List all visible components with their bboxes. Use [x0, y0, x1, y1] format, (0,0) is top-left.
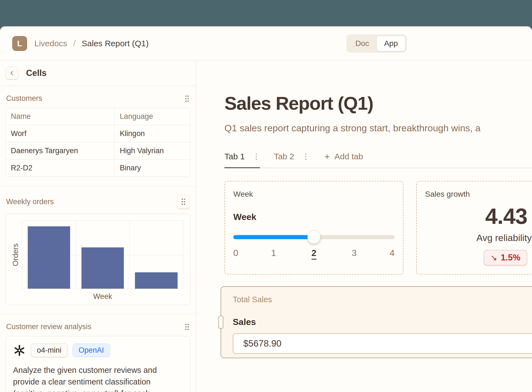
table-cell: Daenerys Targaryen	[6, 142, 114, 159]
table-cell: High Valyrian	[114, 142, 190, 159]
week-card-title: Week	[233, 190, 395, 199]
brand-logo[interactable]: L	[12, 36, 27, 51]
tab-label[interactable]: Tab 2	[274, 152, 294, 161]
page-subtitle: Q1 sales report capturing a strong start…	[224, 123, 532, 134]
kebab-menu-icon[interactable]: ⋮	[302, 153, 310, 160]
delta-badge: ↘ 1.5%	[484, 250, 527, 265]
chart-x-axis-label: Week	[9, 292, 183, 301]
cells-header: Cells	[0, 60, 196, 86]
header: L Livedocs / Sales Report (Q1) Doc App	[0, 27, 532, 60]
week-slider[interactable]	[233, 230, 395, 244]
chart-y-axis-label: Orders	[9, 221, 22, 289]
table-row: Worf Klingon	[6, 125, 190, 142]
add-tab-label: Add tab	[334, 152, 363, 161]
drag-handle-icon	[181, 198, 186, 206]
section-customers: Customers Name Language Worf Klingon Dae…	[0, 94, 196, 177]
add-tab-button[interactable]: + Add tab	[324, 152, 363, 167]
tab-bar: Tab 1 ⋮ Tab 2 ⋮ + Add tab	[224, 152, 532, 168]
table-cell: Worf	[6, 125, 114, 142]
week-widget-card: Week Week 0 1 2 3 4	[224, 181, 403, 275]
sales-input[interactable]	[233, 333, 532, 354]
slider-tick-selected[interactable]: 2	[311, 248, 316, 260]
slider-tick[interactable]: 3	[352, 248, 357, 258]
arrow-down-right-icon: ↘	[490, 253, 497, 262]
provider-chip[interactable]: OpenAI	[73, 344, 110, 357]
table-header-name: Name	[6, 108, 114, 125]
table-cell: Binary	[114, 160, 190, 176]
delta-value: 1.5%	[501, 253, 520, 263]
main-content: Sales Report (Q1) Q1 sales report captur…	[196, 60, 532, 392]
section-label-customer-review: Customer review analysis	[6, 322, 91, 331]
cell-drag-pill[interactable]	[218, 316, 223, 329]
growth-card-title: Sales growth	[425, 190, 532, 199]
growth-caption: Avg reliability	[476, 232, 532, 243]
section-customer-review: Customer review analysis	[0, 314, 196, 392]
brand-logo-letter: L	[17, 39, 22, 48]
tab-label[interactable]: Tab 1	[224, 152, 245, 161]
prompt-text: Analyze the given customer reviews and p…	[13, 364, 183, 392]
sales-growth-card: Sales growth 4.43 Avg reliability ↘ 1.5%	[416, 181, 532, 275]
table-cell: R2-D2	[6, 160, 114, 176]
total-sales-title: Total Sales	[233, 295, 532, 304]
tab-2[interactable]: Tab 2 ⋮	[274, 152, 309, 167]
section-label-customers: Customers	[6, 94, 42, 103]
toggle-doc-button[interactable]: Doc	[348, 36, 377, 51]
page-title: Sales Report (Q1)	[224, 93, 532, 114]
chart-bar	[28, 226, 70, 289]
chart-bar	[81, 247, 124, 289]
sales-field-label: Sales	[233, 317, 532, 327]
chevron-left-icon	[9, 70, 15, 76]
weekly-orders-chart-card: Orders Week	[6, 214, 190, 305]
table-row: Daenerys Targaryen High Valyrian	[6, 142, 190, 159]
drag-handle-icon[interactable]	[184, 323, 190, 331]
slider-fill	[233, 235, 314, 239]
kebab-menu-icon[interactable]: ⋮	[252, 153, 260, 160]
table-header-language: Language	[114, 108, 190, 125]
total-sales-card: Total Sales Sales	[221, 286, 532, 358]
tab-1[interactable]: Tab 1 ⋮	[224, 152, 260, 168]
growth-value: 4.43	[476, 204, 527, 229]
page-card: L Livedocs / Sales Report (Q1) Doc App C…	[0, 26, 532, 392]
slider-tick[interactable]: 1	[271, 248, 276, 258]
section-label-weekly-orders: Weekly orders	[6, 198, 54, 206]
model-chip[interactable]: o4-mini	[31, 344, 68, 357]
table-row: R2-D2 Binary	[6, 159, 190, 176]
toggle-app-button[interactable]: App	[377, 36, 405, 51]
drag-handle-button[interactable]	[177, 195, 190, 209]
openai-logo-icon	[13, 344, 26, 357]
sidebar-title: Cells	[26, 68, 47, 78]
breadcrumb-separator: /	[73, 39, 75, 48]
table-header-row: Name Language	[6, 108, 190, 125]
week-field-label: Week	[233, 212, 395, 222]
cells-sidebar: Cells Customers Name Language Worf Kling…	[0, 60, 196, 392]
slider-tick[interactable]: 4	[390, 248, 395, 258]
table-cell: Klingon	[114, 125, 190, 142]
customers-table: Name Language Worf Klingon Daenerys Targ…	[6, 108, 190, 177]
slider-tick[interactable]: 0	[233, 248, 238, 258]
review-prompt-card: o4-mini OpenAI Analyze the given custome…	[6, 336, 190, 392]
chart-plot-area	[22, 221, 183, 289]
doc-app-toggle: Doc App	[346, 34, 407, 53]
breadcrumb-brand[interactable]: Livedocs	[34, 39, 67, 48]
breadcrumb-document: Sales Report (Q1)	[82, 39, 149, 48]
plus-icon: +	[324, 152, 330, 161]
section-weekly-orders: Weekly orders Orders	[0, 186, 196, 305]
back-button[interactable]	[6, 67, 18, 80]
chart-bar	[135, 272, 177, 289]
drag-handle-icon[interactable]	[184, 95, 190, 103]
slider-ticks: 0 1 2 3 4	[233, 248, 395, 260]
app-window: { "window": { "brand": "Livedocs", "logo…	[0, 0, 532, 392]
slider-thumb[interactable]	[308, 230, 321, 244]
